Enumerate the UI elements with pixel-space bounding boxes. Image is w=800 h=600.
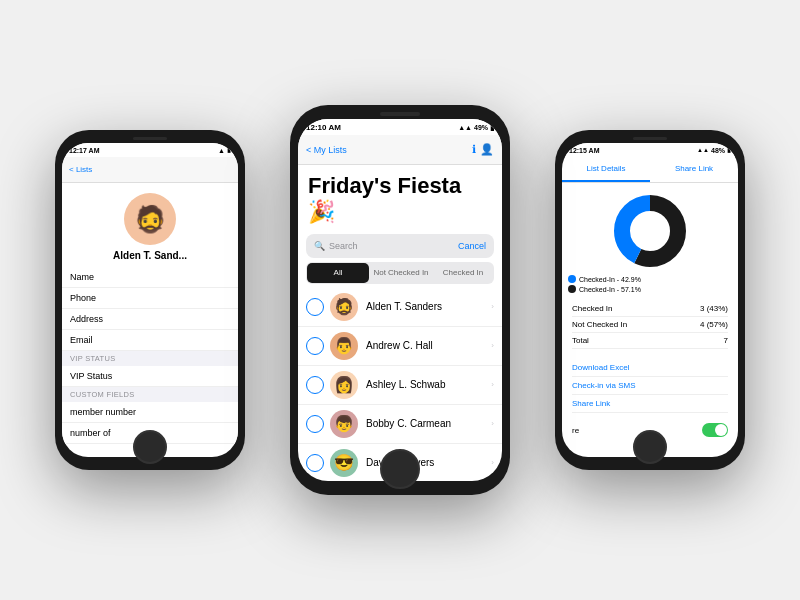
- guest-avatar-0: 🧔: [330, 293, 358, 321]
- guest-name-3: Bobby C. Carmean: [366, 418, 491, 429]
- profile-avatar: 🧔: [124, 193, 176, 245]
- right-speaker: [633, 137, 667, 140]
- center-phone-screen: 12:10 AM ▲▲ 49% ▮ < My Lists ℹ 👤 Friday'…: [298, 119, 502, 481]
- left-time: 12:17 AM: [69, 147, 99, 154]
- center-phone: 12:10 AM ▲▲ 49% ▮ < My Lists ℹ 👤 Friday'…: [290, 105, 510, 495]
- checkin-sms-button[interactable]: Check-in via SMS: [572, 377, 728, 395]
- chevron-4: ›: [491, 458, 494, 467]
- center-back-button[interactable]: < My Lists: [306, 145, 347, 155]
- custom-fields-header: CUSTOM FIELDS: [62, 387, 238, 402]
- right-status-bar: 12:15 AM ▲▲ 48% ▮: [562, 143, 738, 157]
- filter-tabs: All Not Checked In Checked In: [306, 262, 494, 284]
- search-icon: 🔍: [314, 241, 325, 251]
- filter-tab-all[interactable]: All: [307, 263, 369, 283]
- profile-emoji: 🧔: [134, 204, 166, 235]
- event-emoji: 🎉: [308, 199, 335, 224]
- search-cancel-button[interactable]: Cancel: [458, 241, 486, 251]
- profile-fields: Name Phone Address Email VIP STATUS VIP …: [62, 267, 238, 444]
- speaker: [133, 137, 167, 140]
- left-status-icons: ▲ ▮: [218, 146, 231, 154]
- search-placeholder: Search: [329, 241, 358, 251]
- guest-avatar-3: 👦: [330, 410, 358, 438]
- legend-not-checked-label: Checked-In - 57.1%: [579, 286, 641, 293]
- filter-tab-checked-in[interactable]: Checked In: [432, 262, 494, 284]
- center-status-icons: ▲▲ 49% ▮: [458, 123, 494, 132]
- chart-legend: Checked-In - 42.9% Checked-In - 57.1%: [562, 275, 738, 297]
- guest-checkbox-3[interactable]: [306, 415, 324, 433]
- center-home-button[interactable]: [380, 449, 420, 489]
- wifi-icon: ▲▲: [458, 124, 472, 131]
- search-bar[interactable]: 🔍 Search Cancel: [306, 234, 494, 258]
- chevron-0: ›: [491, 302, 494, 311]
- left-nav-bar: < Lists: [62, 157, 238, 183]
- stats-row-total: Total 7: [572, 333, 728, 349]
- center-nav-bar: < My Lists ℹ 👤: [298, 135, 502, 165]
- chevron-3: ›: [491, 419, 494, 428]
- donut-area: [562, 183, 738, 275]
- field-email[interactable]: Email: [62, 330, 238, 351]
- left-phone-screen: 12:17 AM ▲ ▮ < Lists 🧔 Alden T. Sand...: [62, 143, 238, 457]
- guest-checkbox-0[interactable]: [306, 298, 324, 316]
- right-signal: ▲▲: [697, 147, 709, 153]
- battery-text: 49%: [474, 124, 488, 131]
- tab-share-link[interactable]: Share Link: [650, 157, 738, 182]
- field-phone[interactable]: Phone: [62, 288, 238, 309]
- share-link-button[interactable]: Share Link: [572, 395, 728, 413]
- filter-tab-not-checked-in[interactable]: Not Checked In: [370, 262, 432, 284]
- guest-checkbox-4[interactable]: [306, 454, 324, 472]
- scene: 12:17 AM ▲ ▮ < Lists 🧔 Alden T. Sand...: [0, 0, 800, 600]
- guest-item[interactable]: 👨 Andrew C. Hall ›: [298, 327, 502, 366]
- left-home-button[interactable]: [133, 430, 167, 464]
- toggle-switch[interactable]: [702, 423, 728, 437]
- right-battery-icon: ▮: [727, 146, 731, 154]
- legend-not-checked-dot: [568, 285, 576, 293]
- toggle-label: re: [572, 426, 579, 435]
- guest-checkbox-2[interactable]: [306, 376, 324, 394]
- user-icon[interactable]: 👤: [480, 143, 494, 156]
- guest-item[interactable]: 👩 Ashley L. Schwab ›: [298, 366, 502, 405]
- left-battery-icon: ▮: [227, 146, 231, 154]
- vip-section-header: VIP STATUS: [62, 351, 238, 366]
- center-speaker: [380, 112, 420, 116]
- right-phone-screen: 12:15 AM ▲▲ 48% ▮ List Details Share Lin…: [562, 143, 738, 457]
- chevron-2: ›: [491, 380, 494, 389]
- field-name[interactable]: Name: [62, 267, 238, 288]
- profile-avatar-area: 🧔 Alden T. Sand...: [62, 183, 238, 267]
- stats-buttons: Download Excel Check-in via SMS Share Li…: [562, 353, 738, 419]
- guest-item[interactable]: 👦 Bobby C. Carmean ›: [298, 405, 502, 444]
- right-status-icons: ▲▲ 48% ▮: [697, 146, 731, 154]
- tab-list-details[interactable]: List Details: [562, 157, 650, 182]
- left-back-button[interactable]: < Lists: [69, 165, 92, 174]
- left-phone: 12:17 AM ▲ ▮ < Lists 🧔 Alden T. Sand...: [55, 130, 245, 470]
- left-status-bar: 12:17 AM ▲ ▮: [62, 143, 238, 157]
- profile-name: Alden T. Sand...: [113, 250, 187, 261]
- info-icon[interactable]: ℹ: [472, 143, 476, 156]
- chevron-1: ›: [491, 341, 494, 350]
- field-member-number[interactable]: member number: [62, 402, 238, 423]
- search-input-area[interactable]: 🔍 Search: [314, 241, 358, 251]
- guest-avatar-1: 👨: [330, 332, 358, 360]
- left-signal-icon: ▲: [218, 147, 225, 154]
- stats-numbers: Checked In 3 (43%) Not Checked In 4 (57%…: [562, 297, 738, 353]
- field-vip-status[interactable]: VIP Status: [62, 366, 238, 387]
- guest-item[interactable]: 🧔 Alden T. Sanders ›: [298, 288, 502, 327]
- center-status-bar: 12:10 AM ▲▲ 49% ▮: [298, 119, 502, 135]
- field-address[interactable]: Address: [62, 309, 238, 330]
- legend-checked-in-label: Checked-In - 42.9%: [579, 276, 641, 283]
- center-time: 12:10 AM: [306, 123, 341, 132]
- center-nav-icons: ℹ 👤: [472, 143, 494, 156]
- battery-icon: ▮: [490, 123, 494, 132]
- guest-name-1: Andrew C. Hall: [366, 340, 491, 351]
- stats-tab-bar: List Details Share Link: [562, 157, 738, 183]
- right-time: 12:15 AM: [569, 147, 599, 154]
- right-home-button[interactable]: [633, 430, 667, 464]
- stats-row-not-checked: Not Checked In 4 (57%): [572, 317, 728, 333]
- right-phone: 12:15 AM ▲▲ 48% ▮ List Details Share Lin…: [555, 130, 745, 470]
- guest-checkbox-1[interactable]: [306, 337, 324, 355]
- right-battery: 48%: [711, 147, 725, 154]
- download-excel-button[interactable]: Download Excel: [572, 359, 728, 377]
- guest-avatar-2: 👩: [330, 371, 358, 399]
- legend-checked-in-dot: [568, 275, 576, 283]
- event-title: Friday's Fiesta 🎉: [308, 173, 492, 226]
- stats-row-checked-in: Checked In 3 (43%): [572, 301, 728, 317]
